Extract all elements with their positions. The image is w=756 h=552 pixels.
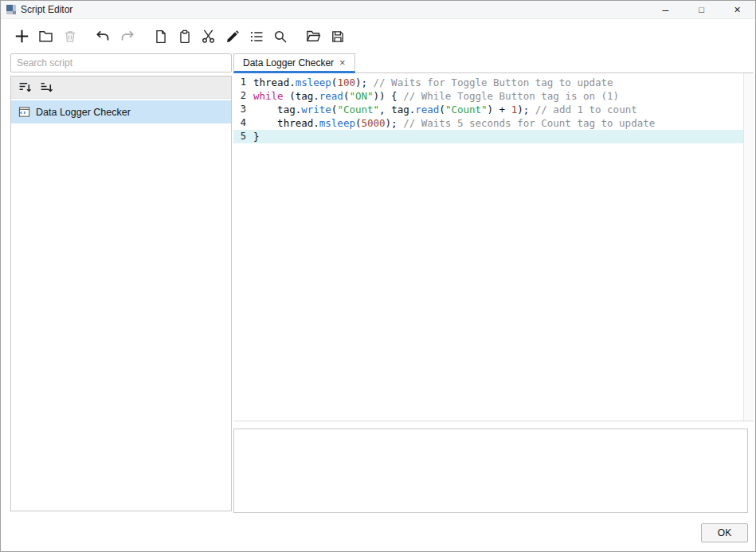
- editor-scrollbar[interactable]: [743, 73, 754, 421]
- titlebar: Script Editor – □ ×: [1, 1, 755, 19]
- tab-bar: Data Logger Checker ×: [233, 53, 754, 73]
- search-icon: [273, 29, 288, 44]
- code-editor[interactable]: 1thread.msleep(100); // Waits for Toggle…: [233, 73, 754, 421]
- script-list-button[interactable]: [245, 25, 268, 48]
- code-line-text: while (tag.read("ON")) { // While Toggle…: [253, 89, 619, 103]
- code-line-text: }: [253, 130, 260, 143]
- list-toolbar: [11, 76, 231, 99]
- search-input[interactable]: [10, 53, 232, 72]
- list-item-label: Data Logger Checker: [36, 107, 131, 118]
- maximize-button[interactable]: □: [684, 1, 719, 18]
- editor-pane: Data Logger Checker × 1thread.msleep(100…: [233, 53, 754, 513]
- trash-icon: [63, 29, 77, 44]
- code-line[interactable]: 4 thread.msleep(5000); // Waits 5 second…: [233, 116, 743, 130]
- close-button[interactable]: ×: [719, 1, 755, 18]
- code-line[interactable]: 2while (tag.read("ON")) { // While Toggl…: [233, 89, 743, 103]
- script-list: Data Logger Checker: [11, 99, 231, 511]
- script-editor-window: Script Editor – □ ×: [0, 0, 756, 552]
- list-item-data-logger-checker[interactable]: Data Logger Checker: [11, 100, 231, 123]
- format-button[interactable]: [221, 25, 244, 48]
- code-line[interactable]: 1thread.msleep(100); // Waits for Toggle…: [233, 76, 743, 89]
- line-number: 2: [233, 89, 246, 103]
- save-button[interactable]: [326, 25, 349, 48]
- footer: OK: [1, 513, 755, 551]
- sort-descending-button[interactable]: [37, 79, 55, 96]
- sort-descending-icon: [40, 80, 53, 94]
- scissors-icon: [201, 29, 216, 44]
- new-script-button[interactable]: [10, 25, 33, 48]
- tab-close-icon[interactable]: ×: [339, 57, 346, 69]
- list-icon: [249, 29, 264, 44]
- tab-data-logger-checker[interactable]: Data Logger Checker ×: [233, 53, 355, 73]
- code-line-text: thread.msleep(100); // Waits for Toggle …: [253, 76, 613, 89]
- toolbar: [1, 19, 755, 53]
- undo-icon: [96, 29, 111, 44]
- window-controls: – □ ×: [648, 1, 755, 18]
- plus-icon: [14, 29, 29, 44]
- import-button[interactable]: [302, 25, 325, 48]
- output-panel: [233, 429, 748, 513]
- cut-button[interactable]: [197, 25, 220, 48]
- code-line[interactable]: 3 tag.write("Count", tag.read("Count") +…: [233, 103, 743, 116]
- folder-icon: [38, 29, 53, 44]
- line-number: 4: [233, 116, 246, 130]
- ok-button[interactable]: OK: [701, 523, 748, 542]
- tab-label: Data Logger Checker: [243, 57, 334, 69]
- line-number: 3: [233, 103, 246, 116]
- pen-icon: [225, 29, 240, 44]
- minimize-button[interactable]: –: [648, 1, 684, 18]
- code-line-text: tag.write("Count", tag.read("Count") + 1…: [253, 103, 637, 116]
- script-icon: [18, 106, 30, 118]
- code-lines[interactable]: 1thread.msleep(100); // Waits for Toggle…: [233, 73, 743, 421]
- sort-ascending-button[interactable]: [16, 79, 33, 96]
- main-content: Data Logger Checker Data Logger Checker …: [1, 53, 755, 513]
- sort-ascending-icon: [18, 80, 32, 94]
- undo-button[interactable]: [92, 25, 115, 48]
- open-folder-icon: [306, 29, 321, 44]
- new-file-icon: [154, 29, 168, 44]
- new-file-button[interactable]: [149, 25, 172, 48]
- panel-divider: [233, 421, 754, 429]
- paste-button[interactable]: [173, 25, 196, 48]
- open-project-button[interactable]: [34, 25, 57, 48]
- code-line[interactable]: 5}: [233, 130, 743, 143]
- redo-button[interactable]: [116, 25, 139, 48]
- find-button[interactable]: [268, 25, 292, 48]
- delete-script-button[interactable]: [58, 25, 81, 48]
- redo-icon: [119, 29, 135, 44]
- app-icon: [6, 4, 17, 15]
- line-number: 5: [233, 130, 246, 143]
- script-list-panel: Data Logger Checker: [10, 76, 232, 511]
- clipboard-icon: [178, 29, 192, 44]
- window-title: Script Editor: [21, 4, 72, 15]
- save-icon: [331, 29, 345, 44]
- line-number: 1: [233, 76, 246, 89]
- sidebar: Data Logger Checker: [10, 53, 232, 513]
- code-line-text: thread.msleep(5000); // Waits 5 seconds …: [253, 116, 655, 130]
